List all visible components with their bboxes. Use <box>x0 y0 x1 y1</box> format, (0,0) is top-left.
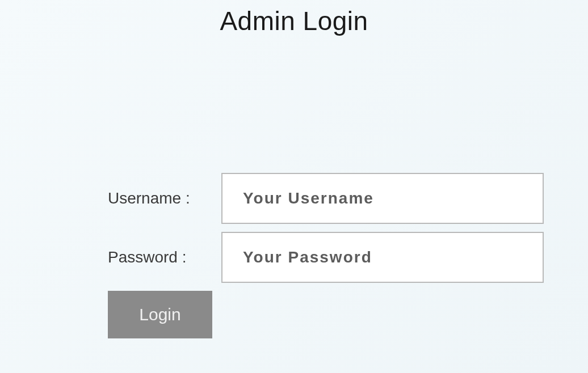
password-row: Password : <box>108 232 551 283</box>
username-input[interactable] <box>221 173 544 224</box>
page-title: Admin Login <box>0 6 588 36</box>
login-button[interactable]: Login <box>108 291 212 338</box>
login-form: Username : Password : Login <box>108 173 551 338</box>
username-label: Username : <box>108 189 221 207</box>
password-label: Password : <box>108 248 221 266</box>
password-input[interactable] <box>221 232 544 283</box>
username-row: Username : <box>108 173 551 224</box>
